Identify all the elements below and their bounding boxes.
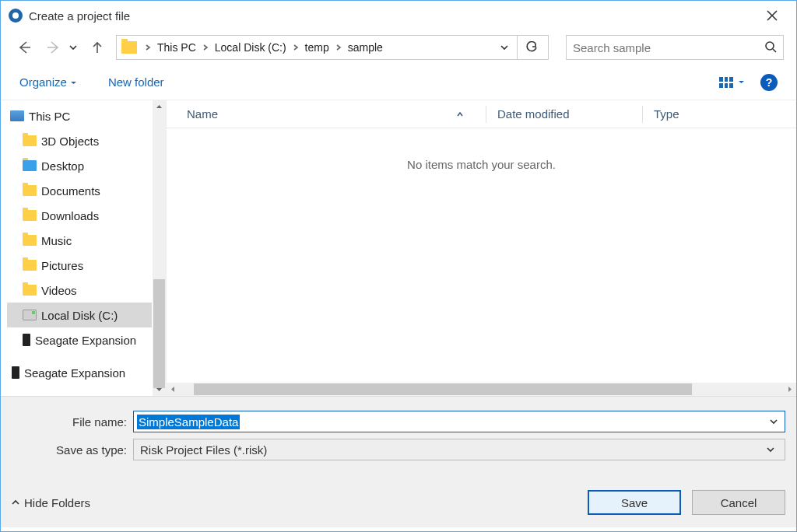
folder-icon <box>23 235 37 246</box>
folder-icon <box>23 135 37 146</box>
sort-ascending-icon <box>456 110 464 118</box>
filename-label: File name: <box>12 415 133 429</box>
search-input[interactable] <box>573 41 764 54</box>
chevron-down-icon <box>770 418 778 425</box>
arrow-up-icon <box>91 41 104 54</box>
nav-up-button[interactable] <box>86 37 108 58</box>
nav-forward-button[interactable] <box>43 37 65 58</box>
close-button[interactable] <box>754 3 790 28</box>
tree-item-seagate[interactable]: Seagate Expansion <box>7 327 152 352</box>
tree-item-videos[interactable]: Videos <box>7 278 152 303</box>
new-folder-label: New folder <box>108 75 164 89</box>
crumb-temp[interactable]: temp <box>302 38 332 57</box>
cancel-button[interactable]: Cancel <box>692 490 785 515</box>
tree-item-local-disk[interactable]: Local Disk (C:) <box>7 303 152 327</box>
tree-item-downloads[interactable]: Downloads <box>7 203 152 228</box>
filetype-select[interactable]: Risk Project Files (*.risk) <box>133 439 785 460</box>
search-box[interactable] <box>566 35 784 60</box>
svg-point-0 <box>766 42 774 50</box>
column-headers: Name Date modified Type <box>167 100 796 128</box>
disk-icon <box>23 310 37 320</box>
tree-item-3d-objects[interactable]: 3D Objects <box>7 128 152 153</box>
filename-value: SimpleSampleData <box>137 415 240 429</box>
folder-icon <box>23 260 37 271</box>
tree-item-music[interactable]: Music <box>7 228 152 253</box>
breadcrumb-bar[interactable]: This PC Local Disk (C:) temp sample <box>116 35 549 60</box>
chevron-down-icon <box>70 75 77 89</box>
column-name[interactable]: Name <box>167 107 486 121</box>
file-list-area: Name Date modified Type No items match y… <box>166 100 796 396</box>
chevron-down-icon <box>69 44 77 51</box>
chevron-up-icon <box>12 499 19 506</box>
hide-folders-button[interactable]: Hide Folders <box>12 496 90 509</box>
tree-item-desktop[interactable]: Desktop <box>7 153 152 178</box>
help-button[interactable]: ? <box>760 74 778 91</box>
scrollbar-thumb[interactable] <box>153 279 165 388</box>
scroll-left-button[interactable] <box>167 386 180 393</box>
view-grid-icon <box>719 77 733 88</box>
pc-icon <box>10 110 24 121</box>
scrollbar-thumb[interactable] <box>194 383 692 395</box>
file-browser-body: This PC 3D Objects Desktop Documents Dow… <box>1 100 796 396</box>
sidebar: This PC 3D Objects Desktop Documents Dow… <box>1 100 166 396</box>
organize-button[interactable]: Organize <box>19 75 77 89</box>
folder-icon <box>23 285 37 296</box>
external-drive-icon <box>12 366 19 379</box>
scroll-right-button[interactable] <box>783 386 796 393</box>
new-folder-button[interactable]: New folder <box>108 75 164 89</box>
crumb-disk[interactable]: Local Disk (C:) <box>212 38 290 57</box>
tree-item-documents[interactable]: Documents <box>7 178 152 203</box>
window-title: Create a project file <box>29 9 754 23</box>
chevron-down-icon <box>738 79 745 86</box>
chevron-down-icon <box>767 446 774 453</box>
sidebar-scrollbar[interactable] <box>153 100 166 396</box>
crumb-this-pc[interactable]: This PC <box>154 38 199 57</box>
column-date[interactable]: Date modified <box>486 107 642 121</box>
folder-icon <box>23 210 37 221</box>
organize-label: Organize <box>19 75 67 89</box>
close-icon <box>767 10 778 21</box>
tree-item-this-pc[interactable]: This PC <box>7 103 152 128</box>
type-label: Save as type: <box>12 443 133 457</box>
chevron-right-icon <box>332 44 345 51</box>
recent-locations-button[interactable] <box>68 44 79 51</box>
nav-back-button[interactable] <box>13 37 35 58</box>
arrow-right-icon <box>47 40 61 54</box>
view-options-button[interactable] <box>719 77 745 88</box>
folder-icon <box>121 41 137 54</box>
scroll-down-button[interactable] <box>153 383 166 396</box>
column-type[interactable]: Type <box>643 107 796 121</box>
arrow-left-icon <box>17 40 31 54</box>
tree-item-pictures[interactable]: Pictures <box>7 253 152 278</box>
scroll-up-button[interactable] <box>153 100 166 114</box>
chevron-right-icon <box>199 44 212 51</box>
chevron-right-icon <box>142 44 154 51</box>
save-form: File name: SimpleSampleData Save as type… <box>1 396 796 527</box>
nav-bar: This PC Local Disk (C:) temp sample <box>1 30 796 65</box>
empty-list-message: No items match your search. <box>167 128 796 383</box>
filename-dropdown-button[interactable] <box>766 418 781 425</box>
chevron-down-icon <box>500 43 509 52</box>
search-icon <box>764 40 777 55</box>
dialog-footer: Hide Folders Save Cancel <box>12 490 785 515</box>
title-bar: Create a project file <box>1 1 796 30</box>
folder-tree: This PC 3D Objects Desktop Documents Dow… <box>1 103 166 385</box>
tree-item-seagate-2[interactable]: Seagate Expansion <box>7 360 152 385</box>
breadcrumb-dropdown-button[interactable] <box>495 43 514 52</box>
app-icon <box>9 9 23 23</box>
filename-input[interactable]: SimpleSampleData <box>133 411 785 432</box>
refresh-icon <box>525 41 538 54</box>
filetype-dropdown-button[interactable] <box>763 446 778 453</box>
folder-icon <box>23 185 37 196</box>
crumb-sample[interactable]: sample <box>345 38 386 57</box>
save-button[interactable]: Save <box>588 490 681 515</box>
filetype-value: Risk Project Files (*.risk) <box>140 443 267 457</box>
folder-icon <box>23 160 37 171</box>
horizontal-scrollbar[interactable] <box>167 383 796 396</box>
refresh-button[interactable] <box>517 35 545 60</box>
toolbar: Organize New folder ? <box>1 65 796 100</box>
external-drive-icon <box>23 334 30 346</box>
chevron-right-icon <box>290 44 302 51</box>
